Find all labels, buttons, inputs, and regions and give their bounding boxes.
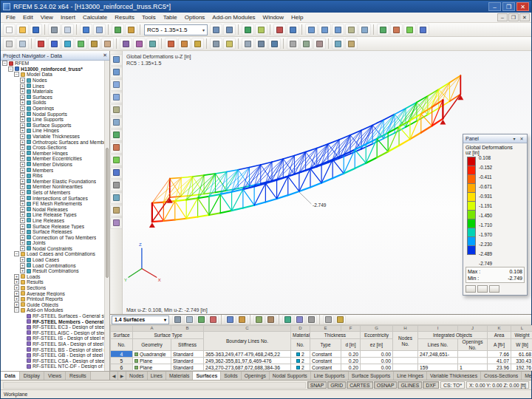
tree-item[interactable]: +Line Release Types [1, 212, 109, 218]
comment-icon[interactable] [223, 38, 236, 50]
table-cell[interactable]: 249,362-355,81,97,6,469-476 [204, 358, 291, 364]
table-tab-line-hinges[interactable]: Line Hinges [394, 372, 427, 380]
tree-expander-icon[interactable]: − [14, 72, 19, 77]
zoom-in-icon[interactable] [305, 24, 318, 35]
previous-load-case-icon[interactable] [210, 24, 222, 35]
view-in-x-icon[interactable] [390, 24, 403, 35]
zoom-all-icon[interactable] [110, 54, 123, 66]
table-tab-nodes[interactable]: Nodes [126, 372, 148, 380]
menu-add-on-modules[interactable]: Add-on Modules [208, 13, 259, 22]
tree-item[interactable]: +Load Cases [1, 257, 109, 263]
tree-item[interactable]: RF-STEEL CSA - Design of steel members a… [1, 358, 109, 364]
table-cell[interactable]: 61.68 [511, 351, 532, 358]
menu-tools[interactable]: Tools [138, 13, 160, 22]
menu-file[interactable]: File [2, 13, 19, 22]
view-in-z-icon[interactable] [417, 24, 429, 35]
tree-expander-icon[interactable]: + [20, 190, 25, 195]
tree-expander-icon[interactable]: + [20, 95, 25, 100]
tree-expander-icon[interactable]: + [20, 179, 25, 184]
member-load-icon[interactable] [178, 38, 191, 50]
table-tab-surface-supports[interactable]: Surface Supports [349, 372, 395, 380]
tree-item[interactable]: +Materials [1, 89, 109, 95]
tree-item[interactable]: +Member Divisions [1, 162, 109, 168]
dimension-icon[interactable] [210, 38, 222, 50]
table-row[interactable]: 4QuadrangleStandard365-363,249,477-479,4… [111, 351, 532, 358]
view-in-y-icon[interactable] [403, 24, 416, 35]
table-cell[interactable]: 365-363,249,477-479,468,245,22 [204, 351, 291, 358]
table-tab-line-supports[interactable]: Line Supports [311, 372, 349, 380]
calculate-icon[interactable] [242, 24, 254, 35]
table-cell[interactable] [458, 358, 488, 364]
table-tabs-next[interactable]: ▶ [118, 372, 126, 380]
table-cell[interactable]: 243,270-273,687,672,688,384-36 [204, 364, 291, 371]
table-cell[interactable] [393, 364, 418, 371]
status-toggle-snap[interactable]: SNAP [307, 381, 327, 389]
tree-item[interactable]: +Nodal Supports [1, 111, 109, 117]
table-tab-variable-thicknesses[interactable]: Variable Thicknesses [427, 372, 481, 380]
tree-expander-icon[interactable]: + [14, 279, 19, 284]
tree-expander-icon[interactable]: + [20, 201, 25, 206]
navigator-scrollbar-thumb[interactable] [106, 148, 109, 278]
tree-item[interactable]: −RFEM [1, 61, 109, 66]
panel-filter-button[interactable] [477, 285, 488, 293]
tree-expander-icon[interactable]: − [2, 61, 7, 66]
tree-expander-icon[interactable]: + [20, 257, 25, 262]
insert-surface-icon[interactable] [75, 38, 87, 50]
tree-expander-icon[interactable]: + [20, 212, 25, 217]
open-file-icon[interactable] [16, 24, 29, 35]
menu-results[interactable]: Results [111, 13, 138, 22]
tree-expander-icon[interactable]: + [20, 156, 25, 161]
table-cell[interactable]: 330.43 [511, 358, 532, 364]
rendering-display-icon[interactable] [268, 38, 281, 50]
table-delete-row-icon[interactable] [208, 315, 219, 324]
panel-color-scale-button[interactable] [466, 285, 476, 293]
table-cell[interactable]: 1 [458, 364, 488, 371]
visibility-by-window-icon[interactable] [110, 192, 123, 204]
tree-item[interactable]: +Surface Release Types [1, 223, 109, 229]
new-model-icon[interactable] [112, 24, 124, 35]
pan-icon[interactable] [345, 24, 358, 35]
redo-icon[interactable] [93, 24, 106, 35]
tree-item[interactable]: +Members [1, 167, 109, 173]
table-cell[interactable]: 7.66 [488, 351, 511, 358]
table-cell[interactable]: 247,248,651- [418, 351, 458, 358]
table-print-icon[interactable] [306, 315, 317, 324]
table-edit-icon[interactable] [172, 315, 183, 324]
model-viewport[interactable]: -2.749ZXY Global Deformations u-Z [in] R… [123, 51, 531, 314]
tree-expander-icon[interactable]: + [20, 173, 25, 178]
panel-pin-icon[interactable]: ▾ [511, 136, 517, 141]
navigator-tab-views[interactable]: Views [44, 372, 66, 380]
navigator-tab-display[interactable]: Display [20, 372, 44, 380]
table-info-icon[interactable] [294, 315, 305, 324]
tree-expander-icon[interactable]: + [20, 123, 25, 128]
tree-item[interactable]: RF-STEEL IS - Design of steel members ac… [1, 335, 109, 341]
table-cell[interactable]: 192.76 [511, 364, 532, 371]
isometric-view-icon[interactable] [377, 24, 389, 35]
table-cell[interactable]: 0.00 [361, 351, 393, 358]
tree-item[interactable]: −Add-on Modules [1, 307, 109, 313]
table-cell[interactable]: Plane [133, 358, 171, 364]
tree-item[interactable]: +Line Supports [1, 117, 109, 123]
pan-view-icon[interactable] [110, 104, 123, 116]
navigator-tab-results[interactable]: Results [66, 372, 91, 380]
tree-expander-icon[interactable]: + [20, 240, 25, 245]
show-results-icon[interactable] [273, 24, 286, 35]
tree-item[interactable]: +Line Hinges [1, 128, 109, 134]
tree-item[interactable]: +Loads [1, 274, 109, 280]
tree-expander-icon[interactable]: + [14, 291, 19, 296]
table-cell[interactable] [393, 351, 418, 358]
insert-line-icon[interactable] [48, 38, 61, 50]
table-cell[interactable]: Constant [310, 351, 341, 358]
table-tab-nodal-supports[interactable]: Nodal Supports [270, 372, 311, 380]
new-file-icon[interactable] [3, 24, 16, 35]
tree-item[interactable]: RF-STEEL BS - Design of steel members ac… [1, 347, 109, 352]
tree-item[interactable]: −Model Data [1, 72, 109, 78]
table-cell[interactable]: 0.20 [341, 351, 361, 358]
tree-item[interactable]: +Line Releases [1, 218, 109, 224]
tree-item[interactable]: −H13000_reinforced_truss* [1, 66, 109, 72]
table-tab-openings[interactable]: Openings [242, 372, 270, 380]
tree-item[interactable]: RF-STEEL EC3 - Design of steel members a… [1, 324, 109, 330]
table-tab-lines[interactable]: Lines [148, 372, 166, 380]
close-button[interactable]: ✕ [516, 2, 529, 11]
insert-opening-icon[interactable] [101, 38, 114, 50]
